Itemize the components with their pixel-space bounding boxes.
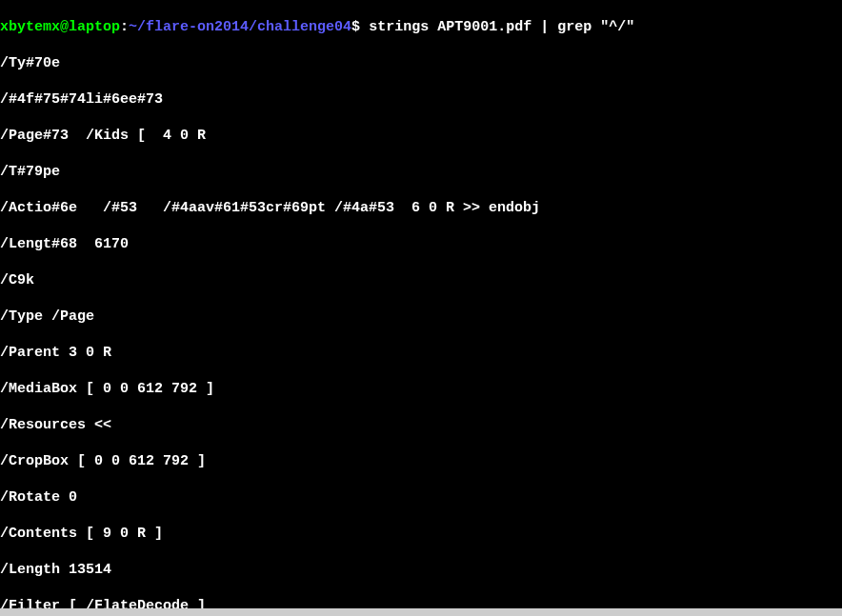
prompt-host: laptop [69,19,120,35]
output-line: /C9k [0,271,842,289]
prompt-dollar: $ [351,19,360,35]
output-line: /MediaBox [ 0 0 612 792 ] [0,380,842,398]
output-line: /Type /Page [0,308,842,326]
prompt-user: xbytemx [0,19,60,35]
output-line: /Rotate 0 [0,488,842,507]
output-line: /Parent 3 0 R [0,344,842,362]
output-line: /#4f#75#74li#6ee#73 [0,90,842,109]
output-line: /Ty#70e [0,54,842,72]
prompt-colon: : [120,19,129,35]
output-line: /CropBox [ 0 0 612 792 ] [0,452,842,470]
output-line: /Lengt#68 6170 [0,235,842,253]
prompt-line-1: xbytemx@laptop:~/flare-on2014/challenge0… [0,18,842,36]
command-text: strings APT9001.pdf | grep "^/" [360,19,634,35]
prompt-path: ~/flare-on2014/challenge04 [129,19,351,35]
output-line: /Resources << [0,416,842,434]
output-line: /Page#73 /Kids [ 4 0 R [0,127,842,145]
output-line: /Length 13514 [0,561,842,579]
terminal-window[interactable]: xbytemx@laptop:~/flare-on2014/challenge0… [0,0,842,616]
prompt-at: @ [60,19,69,35]
output-line: /Actio#6e /#53 /#4aav#61#53cr#69pt /#4a#… [0,199,842,217]
bottom-border [0,608,842,616]
output-line: /T#79pe [0,163,842,181]
output-line: /Contents [ 9 0 R ] [0,525,842,543]
